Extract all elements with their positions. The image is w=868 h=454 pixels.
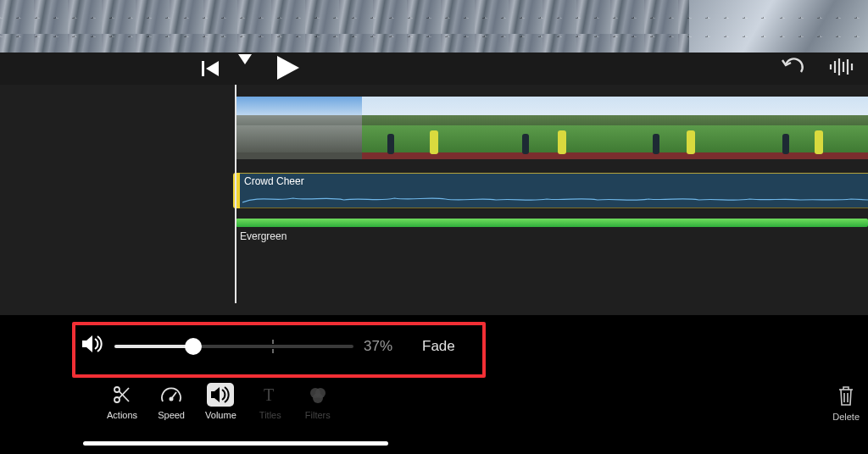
video-clip[interactable]	[742, 97, 868, 159]
audio-waveform-button[interactable]	[829, 57, 854, 80]
svg-point-16	[170, 397, 172, 400]
tool-titles: T Titles	[257, 383, 284, 420]
audio-clip-title: Crowd Cheer	[244, 175, 304, 187]
audio-clip-title: Evergreen	[240, 230, 287, 242]
tool-speed[interactable]: Speed	[158, 383, 185, 420]
delete-button[interactable]: Delete	[832, 385, 860, 422]
volume-icon	[207, 383, 234, 407]
volume-slider-thumb[interactable]	[185, 338, 202, 355]
svg-point-11	[114, 387, 120, 392]
volume-percent-label: 37%	[364, 338, 392, 355]
svg-marker-0	[238, 54, 252, 64]
playhead-line[interactable]	[235, 85, 236, 303]
trash-icon	[832, 385, 860, 408]
svg-marker-17	[211, 387, 220, 402]
titles-icon: T	[257, 383, 284, 407]
scissors-icon	[108, 383, 136, 407]
video-clip[interactable]	[615, 97, 742, 159]
tool-label: Speed	[158, 410, 185, 420]
delete-label: Delete	[832, 412, 860, 422]
tool-filters: Filters	[304, 383, 331, 420]
speedometer-icon	[158, 383, 185, 407]
home-indicator[interactable]	[83, 441, 388, 446]
filters-icon	[304, 383, 331, 407]
audio-track-2[interactable]	[236, 219, 868, 227]
svg-text:T: T	[264, 385, 274, 404]
playhead-marker[interactable]	[238, 54, 252, 64]
svg-point-12	[114, 397, 120, 402]
transport-bar	[0, 53, 868, 85]
edit-toolbar: Actions Speed Volume T Titles	[107, 383, 331, 420]
play-icon	[277, 56, 299, 80]
volume-slider-fill	[114, 345, 193, 348]
audio-waveform	[242, 194, 868, 204]
video-clip[interactable]	[362, 97, 488, 159]
video-clip[interactable]	[236, 97, 362, 159]
skip-to-start-button[interactable]	[202, 61, 219, 80]
video-track[interactable]	[236, 97, 868, 159]
volume-slider[interactable]	[114, 345, 353, 348]
svg-rect-1	[202, 61, 204, 76]
tool-label: Volume	[205, 410, 236, 420]
play-button[interactable]	[277, 56, 299, 83]
svg-marker-2	[206, 61, 219, 76]
tool-label: Actions	[107, 410, 137, 420]
svg-marker-3	[277, 56, 299, 80]
svg-marker-10	[82, 335, 92, 352]
timeline[interactable]: Crowd Cheer Evergreen	[0, 85, 868, 315]
tool-volume[interactable]: Volume	[205, 383, 236, 420]
preview-area-right	[689, 0, 868, 53]
tool-label: Filters	[305, 410, 331, 420]
volume-icon	[82, 335, 104, 357]
video-clip[interactable]	[488, 97, 615, 159]
tool-label: Titles	[259, 410, 281, 420]
svg-point-21	[313, 393, 323, 403]
waveform-icon	[829, 57, 854, 77]
tool-actions[interactable]: Actions	[107, 383, 137, 420]
audio-track-1[interactable]: Crowd Cheer	[236, 173, 868, 208]
fade-button[interactable]: Fade	[422, 338, 455, 355]
undo-button[interactable]	[781, 57, 804, 80]
undo-icon	[781, 57, 804, 77]
skip-back-icon	[202, 61, 219, 76]
